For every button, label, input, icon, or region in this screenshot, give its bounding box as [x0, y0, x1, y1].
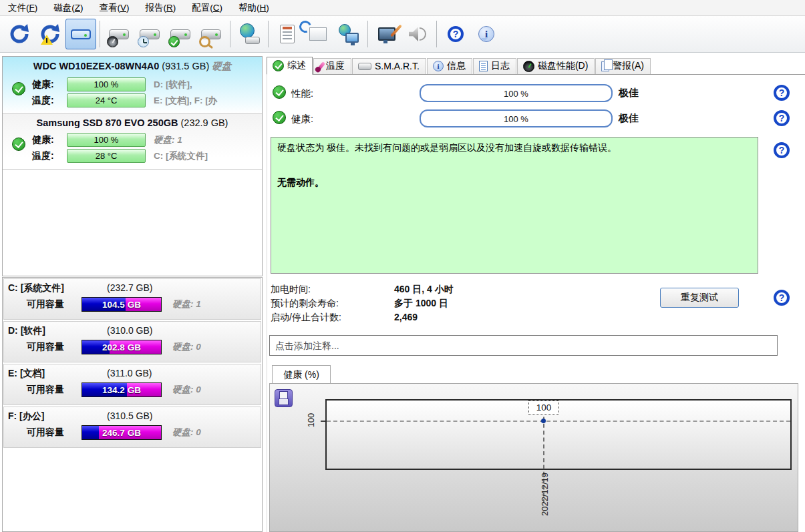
partition-name: D: [软件] [8, 325, 107, 337]
performance-bar: 100 % [420, 84, 613, 102]
performance-help-icon[interactable] [774, 85, 790, 101]
chart-xtick-date: 2022/12/19 [540, 464, 550, 525]
pages-icon [601, 61, 609, 71]
health-bar: 100 % [420, 109, 613, 127]
tab-alerts[interactable]: 警报(A) [595, 58, 651, 74]
menu-item-file[interactable]: 文件(F) [0, 1, 45, 15]
partition-disk-number: 硬盘: 0 [172, 384, 201, 396]
send-report-icon[interactable] [303, 19, 333, 49]
disk-overview-icon[interactable] [65, 19, 96, 49]
action-text: 无需动作。 [277, 177, 752, 189]
performance-label: 性能: [291, 87, 313, 100]
menu-item-help[interactable]: 帮助(H) [230, 1, 277, 15]
partition-item-d[interactable]: D: [软件](310.0 GB) 可用容量 202.8 GB 硬盘: 0 [3, 321, 261, 362]
info-icon: i [433, 61, 444, 71]
refresh-warning-icon[interactable] [35, 19, 65, 49]
free-capacity-label: 可用容量 [27, 341, 82, 353]
disk-performance-icon[interactable] [104, 19, 134, 49]
disk-item-wdc[interactable]: WDC WD10EZEX-08WN4A0 (931.5 GB) 硬盘 健康: 1… [3, 57, 262, 114]
check-icon [273, 60, 284, 71]
chart-data-point [541, 419, 546, 423]
partition-name: C: [系统文件] [8, 282, 107, 294]
partition-size: (310.5 GB) [107, 411, 152, 423]
comment-input[interactable] [269, 335, 778, 356]
disk-title: Samsung SSD 870 EVO 250GB (232.9 GB) [5, 116, 259, 131]
menu-item-config[interactable]: 配置(C) [184, 1, 230, 15]
network-disks-icon[interactable] [234, 19, 265, 49]
tab-temperature[interactable]: 温度 [313, 58, 351, 74]
sound-icon[interactable] [402, 19, 433, 49]
toolbar [0, 16, 805, 53]
partition-size: (310.0 GB) [107, 325, 152, 337]
disk-clock-icon[interactable] [134, 19, 165, 49]
health-label: 健康: [291, 113, 313, 125]
performance-rating: 极佳 [619, 87, 639, 99]
temperature-bar: 24 °C [67, 93, 146, 107]
health-rating: 极佳 [619, 112, 639, 125]
disk-volumes: E: [文档], F: [办 [154, 95, 254, 107]
tab-information[interactable]: i信息 [427, 58, 472, 74]
thermometer-icon [317, 61, 325, 71]
disk-ok-status-icon [12, 82, 25, 95]
retest-help-icon[interactable] [774, 290, 790, 306]
tab-bar: 综述 温度 S.M.A.R.T. i信息 日志 磁盘性能(D) 警报(A) [267, 57, 805, 75]
warning-triangle-icon [41, 29, 53, 45]
capacity-bar: 104.5 GB [82, 297, 162, 312]
toolbar-separator [436, 21, 437, 47]
partition-disk-number: 硬盘: 1 [172, 298, 201, 310]
health-ok-icon [273, 111, 286, 124]
free-capacity-label: 可用容量 [27, 298, 82, 310]
tab-log[interactable]: 日志 [473, 58, 516, 74]
disk-ok-status-icon [12, 138, 25, 151]
help-icon[interactable] [440, 19, 471, 49]
hardware-settings-icon[interactable] [371, 19, 402, 49]
disk-volumes: C: [系统文件] [154, 150, 254, 162]
capacity-bar: 246.7 GB [82, 425, 162, 440]
tab-disk-performance[interactable]: 磁盘性能(D) [517, 58, 595, 74]
save-chart-icon[interactable] [275, 389, 293, 407]
capacity-bar: 202.8 GB [82, 340, 162, 354]
partition-item-e[interactable]: E: [文档](311.0 GB) 可用容量 134.2 GB 硬盘: 0 [3, 364, 261, 405]
partition-size: (232.7 GB) [107, 282, 152, 294]
tab-smart[interactable]: S.M.A.R.T. [352, 58, 426, 74]
disk-ok-icon[interactable] [165, 19, 196, 49]
health-help-icon[interactable] [774, 110, 790, 126]
disk-list: WDC WD10EZEX-08WN4A0 (931.5 GB) 硬盘 健康: 1… [2, 56, 263, 276]
partition-disk-number: 硬盘: 0 [172, 427, 201, 439]
disk-item-samsung[interactable]: Samsung SSD 870 EVO 250GB (232.9 GB) 健康:… [3, 114, 262, 170]
hard-disk-sentinel-window: 文件(F) 磁盘(Z) 查看(V) 报告(R) 配置(C) 帮助(H) [0, 0, 805, 532]
toolbar-separator [100, 21, 100, 47]
retest-button[interactable]: 重复测试 [660, 288, 739, 308]
tab-overview[interactable]: 综述 [267, 57, 313, 75]
menu-item-view[interactable]: 查看(V) [92, 1, 138, 15]
chart-tab-health[interactable]: 健康 (%) [272, 365, 331, 384]
partition-disk-number: 硬盘: 0 [172, 341, 201, 353]
refresh-icon[interactable] [4, 19, 35, 49]
web-status-icon[interactable] [333, 19, 364, 49]
health-bar: 100 % [67, 77, 146, 91]
menu-bar: 文件(F) 磁盘(Z) 查看(V) 报告(R) 配置(C) 帮助(H) [0, 0, 805, 16]
chart-gridline [327, 421, 790, 422]
partition-size: (311.0 GB) [107, 368, 152, 380]
toolbar-separator [367, 21, 368, 47]
menu-item-disk[interactable]: 磁盘(Z) [45, 1, 91, 15]
free-capacity-label: 可用容量 [27, 427, 82, 439]
disk-status-box: 硬盘状态为 极佳。未找到有问题的或是弱扇区以及没有加速自旋或数据传输错误。 无需… [271, 137, 758, 274]
report-icon[interactable] [272, 19, 303, 49]
information-icon[interactable] [471, 19, 502, 49]
temperature-label: 温度: [32, 95, 67, 107]
partition-item-c[interactable]: C: [系统文件](232.7 GB) 可用容量 104.5 GB 硬盘: 1 [3, 278, 261, 320]
gauge-icon [523, 61, 534, 72]
chart-point-label: 100 [528, 401, 559, 415]
temperature-label: 温度: [32, 150, 67, 162]
disk-title: WDC WD10EZEX-08WN4A0 (931.5 GB) 硬盘 [5, 59, 259, 75]
menu-item-report[interactable]: 报告(R) [138, 1, 184, 15]
status-help-icon[interactable] [774, 142, 790, 158]
disk-search-icon[interactable] [196, 19, 226, 49]
partition-item-f[interactable]: F: [办公](310.5 GB) 可用容量 246.7 GB 硬盘: 0 [3, 407, 261, 448]
toolbar-separator [268, 21, 269, 47]
start-stop-count-value: 2,469 [394, 312, 418, 322]
health-bar: 100 % [67, 133, 146, 147]
health-label: 健康: [32, 79, 67, 91]
partition-list: C: [系统文件](232.7 GB) 可用容量 104.5 GB 硬盘: 1 … [2, 277, 263, 532]
